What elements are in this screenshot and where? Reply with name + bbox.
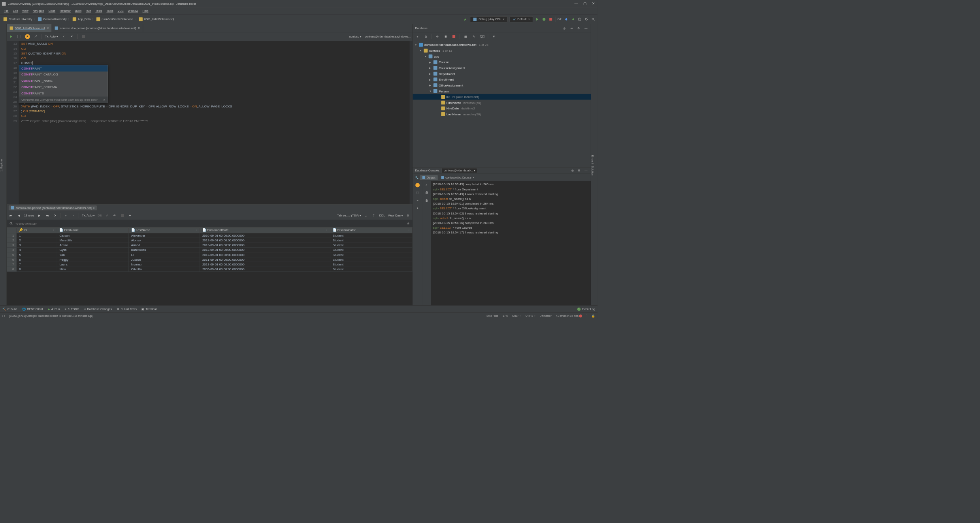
column-node[interactable]: FirstNamenvarchar(50)	[413, 100, 591, 105]
menu-refactor[interactable]: Refactor	[58, 8, 72, 13]
error-stripe[interactable]	[409, 41, 412, 204]
upload-icon[interactable]: ⭱	[371, 213, 376, 218]
close-icon[interactable]: ×	[93, 206, 94, 210]
last-page-icon[interactable]: ⏭	[45, 213, 49, 218]
breadcrumb-item[interactable]: App_Data	[71, 17, 92, 21]
debug-icon[interactable]	[542, 17, 547, 21]
stop-icon[interactable]	[548, 17, 553, 21]
export-format-dropdown[interactable]: Tab-se…d (TSV) ▾	[337, 214, 361, 217]
view-query-button[interactable]: View Query	[388, 214, 403, 217]
status-errors[interactable]: 41 errors in 15 files	[556, 314, 582, 318]
run-toolwindow-button[interactable]: ▶4: Run	[48, 307, 60, 311]
completion-item[interactable]: CONSTRAINT	[19, 65, 107, 71]
vcs-history-icon[interactable]	[577, 17, 582, 21]
column-header[interactable]: 📄 LastName ÷	[128, 227, 200, 233]
code-editor[interactable]: 1314151617181920212223242526272829 SET A…	[7, 41, 413, 204]
table-view-icon[interactable]: ▦	[463, 34, 468, 39]
menu-help[interactable]: Help	[141, 8, 151, 13]
completion-item[interactable]: CONSTRAINT_SCHEMA	[19, 84, 107, 90]
tx-mode-dropdown[interactable]: Tx: Auto ▾	[45, 35, 58, 38]
cancel-icon[interactable]	[120, 213, 125, 218]
rollback-tx-icon[interactable]: ↶	[70, 34, 74, 39]
reload-icon[interactable]: ⟳	[53, 213, 57, 218]
commit-icon[interactable]: ✓	[105, 213, 109, 218]
tab-initial-schema[interactable]: 0001_InitialSchema.sql ×	[7, 24, 52, 32]
completion-item[interactable]: CONSTRAINTS	[19, 90, 107, 97]
completion-item[interactable]: CONSTRAINT_NAME	[19, 78, 107, 84]
menu-tools[interactable]: Tools	[105, 8, 115, 13]
close-tab-icon[interactable]: ×	[47, 26, 49, 30]
console-run-icon[interactable]: 🔧	[414, 175, 419, 180]
compare-icon[interactable]: ✦	[128, 213, 132, 218]
commit-tx-icon[interactable]: ✓	[61, 34, 66, 39]
terminal-toolwindow-button[interactable]: ▣Terminal	[141, 307, 156, 311]
hammer-icon[interactable]	[464, 17, 468, 21]
menu-run[interactable]: Run	[84, 8, 93, 13]
table-row[interactable]: 11CarsonAlexander2010-09-01 00:00:00.000…	[7, 233, 412, 238]
run-config-dropdown[interactable]: Debug | Any CPU ▾	[470, 16, 508, 22]
execute-icon[interactable]	[9, 34, 13, 39]
locate-icon[interactable]: ◎	[570, 168, 575, 173]
table-row[interactable]: 77LauraNorman2013-09-01 00:00:00.0000000…	[7, 262, 412, 267]
gear-icon[interactable]: ⚙	[406, 213, 411, 218]
menu-navigate[interactable]: Navigate	[31, 8, 46, 13]
datasource-selector[interactable]: contoso ▾	[349, 35, 361, 38]
explain-plan-icon[interactable]	[17, 34, 22, 39]
menu-edit[interactable]: Edit	[11, 8, 20, 13]
table-row[interactable]: 44GytisBarzdukas2012-09-01 00:00:00.0000…	[7, 247, 412, 252]
status-git-branch[interactable]: ⎇ master	[540, 314, 552, 318]
breadcrumb-item[interactable]: ContosoUniversity	[36, 17, 68, 21]
first-page-icon[interactable]: ⏮	[9, 213, 13, 218]
data-tab-person[interactable]: contoso.dbo.person [contoso@rider.databa…	[9, 205, 97, 210]
table-node[interactable]: ▶Enrollment	[413, 77, 591, 83]
tx-mode[interactable]: Tx: Auto ▾	[82, 214, 95, 217]
column-header[interactable]: 📄 EnrollmentDate ÷	[200, 227, 330, 233]
breadcrumb-item[interactable]: ContosoUniversity	[2, 17, 34, 21]
minimize-button[interactable]: —	[574, 2, 578, 6]
completion-popup[interactable]: CONSTRAINTCONSTRAINT_CATALOGCONSTRAINT_N…	[19, 65, 108, 103]
table-node[interactable]: ▶OfficeAssignment	[413, 83, 591, 88]
add-row-icon[interactable]: ＋	[63, 213, 68, 218]
search-icon[interactable]	[591, 17, 596, 21]
menu-vcs[interactable]: VCS	[116, 8, 126, 13]
table-row[interactable]: 55YanLi2012-09-01 00:00:00.0000000Studen…	[7, 252, 412, 257]
status-scope-icon[interactable]: ⟩	[586, 314, 587, 318]
table-row[interactable]: 33ArturoAnand2013-09-01 00:00:00.0000000…	[7, 243, 412, 247]
menu-build[interactable]: Build	[73, 8, 83, 13]
clear-filter-icon[interactable]: ⊘	[406, 221, 411, 226]
dbchanges-toolwindow-button[interactable]: ⎌Database Changes	[84, 307, 112, 311]
connection-selector[interactable]: contoso@rider.database.windows...	[365, 35, 411, 38]
download-icon[interactable]: ⭳	[364, 213, 369, 218]
menu-file[interactable]: File	[2, 8, 11, 13]
refresh-icon[interactable]: ⟳	[435, 34, 440, 39]
console-icon[interactable]: QL	[480, 34, 484, 39]
gear-icon[interactable]: ⚙	[576, 26, 581, 30]
vcs-update-icon[interactable]	[564, 17, 569, 21]
unittests-toolwindow-button[interactable]: ⚗8: Unit Tests	[117, 307, 136, 311]
delete-row-icon[interactable]: －	[71, 213, 76, 218]
locate-icon[interactable]: ◎	[562, 26, 567, 30]
table-node[interactable]: ▶Course	[413, 59, 591, 65]
cancel-icon[interactable]	[81, 34, 86, 39]
export-icon[interactable]: ↗	[424, 182, 429, 187]
console-tab-course[interactable]: contoso.dbo.Course ×	[439, 175, 477, 180]
rest-client-button[interactable]: 🌐REST Client	[22, 307, 43, 311]
menu-window[interactable]: Window	[126, 8, 140, 13]
console-tab-output[interactable]: Output	[420, 175, 438, 180]
column-header[interactable]: 📄 Discriminator ÷	[330, 227, 412, 233]
status-lock-icon[interactable]: 🔒	[592, 314, 595, 318]
scroll-icon[interactable]: ⤓	[415, 206, 420, 211]
errors-toolwindow-button[interactable]: Errors In Solution	[591, 154, 594, 177]
clear-icon[interactable]: 🗑	[424, 198, 429, 203]
profile-icon[interactable]	[415, 183, 420, 187]
prev-page-icon[interactable]: ◀	[16, 213, 21, 218]
vcs-revert-icon[interactable]	[584, 17, 589, 21]
column-node[interactable]: HireDatedatetime2	[413, 105, 591, 111]
filter-search-icon[interactable]	[9, 221, 13, 226]
console-datasource-dropdown[interactable]: contoso@rider.datab... ▾	[442, 168, 477, 173]
open-new-icon[interactable]: ⬚	[415, 190, 420, 195]
datasource-node[interactable]: ▼contoso@rider.database.windows.net1 of …	[413, 42, 591, 48]
completion-item[interactable]: CONSTRAINT_CATALOG	[19, 71, 107, 78]
schema-node[interactable]: ▼dbo	[413, 53, 591, 59]
tab-person-data[interactable]: contoso.dbo.person [contoso@rider.databa…	[52, 24, 143, 32]
